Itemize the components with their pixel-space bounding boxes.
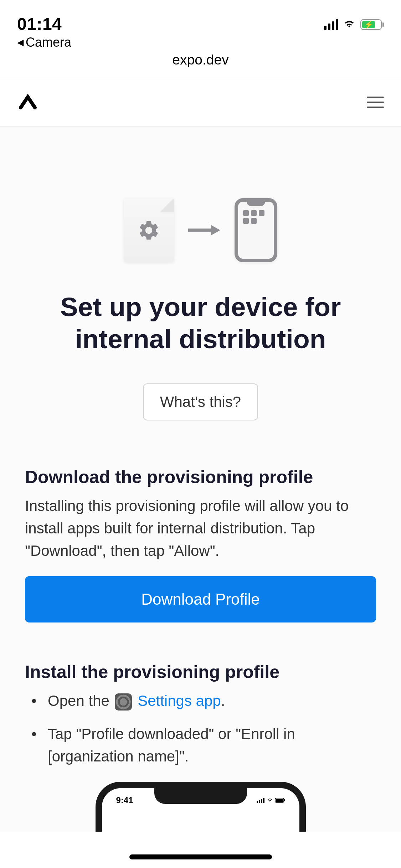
- menu-button[interactable]: [367, 97, 384, 108]
- settings-app-icon: [115, 693, 132, 711]
- phone-mockup: 9:41: [25, 782, 376, 832]
- page-title: Set up your device for internal distribu…: [25, 291, 376, 355]
- install-section-title: Install the provisioning profile: [25, 662, 376, 682]
- install-steps-list: Open the Settings app. Tap "Profile down…: [25, 689, 376, 768]
- install-step-1: Open the Settings app.: [25, 689, 376, 712]
- mockup-time: 9:41: [116, 795, 133, 805]
- phone-frame: 9:41: [96, 782, 306, 832]
- status-time: 01:14: [17, 14, 71, 34]
- install-step-2: Tap "Profile downloaded" or "Enroll in […: [25, 723, 376, 768]
- svg-rect-0: [188, 229, 212, 232]
- cellular-signal-icon: [324, 19, 338, 30]
- page-content: Set up your device for internal distribu…: [0, 127, 401, 832]
- settings-app-link[interactable]: Settings app: [138, 692, 221, 709]
- mockup-battery-icon: [275, 798, 285, 803]
- svg-rect-3: [284, 799, 285, 801]
- hero-illustration: [25, 127, 376, 291]
- mockup-wifi-icon: [267, 798, 273, 803]
- back-arrow-icon: ◀: [17, 37, 24, 47]
- expo-logo-icon[interactable]: [17, 92, 38, 113]
- home-indicator[interactable]: [129, 854, 272, 859]
- status-bar: 01:14 ◀ Camera ⚡: [0, 0, 401, 36]
- svg-rect-2: [276, 799, 283, 802]
- wifi-icon: [343, 19, 356, 30]
- status-indicators: ⚡: [324, 19, 384, 30]
- download-section-title: Download the provisioning profile: [25, 467, 376, 487]
- arrow-right-icon: [188, 225, 220, 236]
- mockup-signal-icon: [257, 798, 264, 803]
- back-to-app[interactable]: ◀ Camera: [17, 35, 71, 50]
- profile-document-icon: [124, 198, 174, 262]
- app-header: [0, 78, 401, 127]
- battery-icon: ⚡: [360, 19, 384, 30]
- download-profile-button[interactable]: Download Profile: [25, 576, 376, 622]
- whats-this-button[interactable]: What's this?: [143, 383, 258, 420]
- back-app-label: Camera: [26, 35, 71, 50]
- phone-device-icon: [235, 198, 277, 262]
- gear-icon: [137, 219, 160, 242]
- download-section-text: Installing this provisioning profile wil…: [25, 495, 376, 562]
